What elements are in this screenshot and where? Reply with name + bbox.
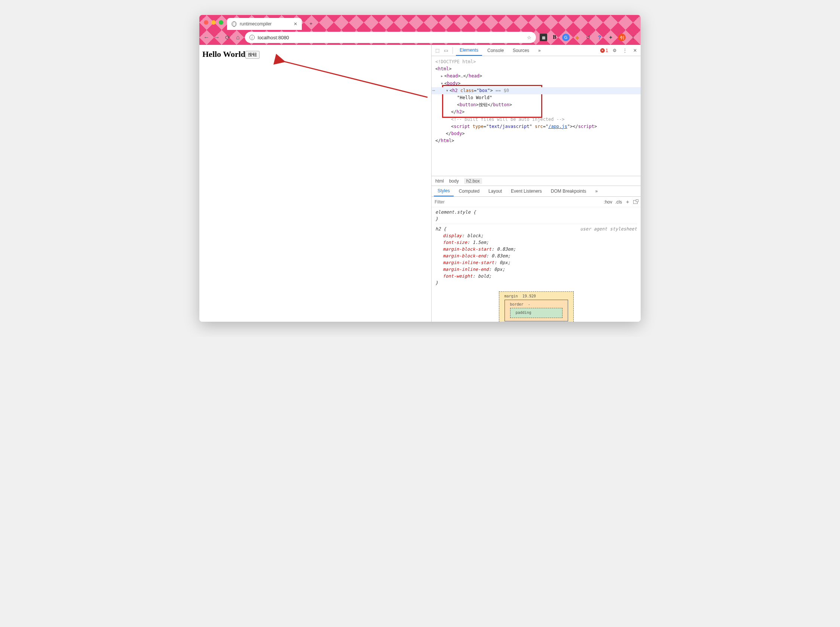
close-devtools-icon[interactable]: ✕	[632, 48, 639, 53]
toggle-pane-icon[interactable]	[633, 200, 638, 204]
close-tab-icon[interactable]: ✕	[294, 21, 297, 27]
styles-pane[interactable]: element.style { } h2 { user agent styles…	[432, 207, 641, 322]
val-display: block	[467, 233, 481, 238]
new-style-icon[interactable]: ＋	[625, 198, 630, 205]
new-tab-button[interactable]: ＋	[305, 18, 316, 29]
devtools-panel: ⬚ ▭ Elements Console Sources » ✕1 ⚙ ⋮ ✕ …	[431, 45, 641, 322]
val-mbs: 0.83em	[497, 247, 513, 252]
home-icon[interactable]: ⌂	[234, 34, 241, 41]
padding-label: padding	[516, 310, 532, 315]
h2-tag: h2	[452, 88, 458, 93]
styles-tabs: Styles Computed Layout Event Listeners D…	[432, 186, 641, 197]
qr-extension-icon[interactable]: ▦	[540, 34, 547, 41]
reload-icon[interactable]: ⟳	[224, 34, 231, 41]
minimize-window-icon[interactable]	[211, 20, 216, 25]
browser-window: runtimecompiler ✕ ＋ ← → ⟳ ⌂ i localhost:…	[199, 15, 641, 322]
bold-extension-icon[interactable]: B	[551, 34, 558, 41]
ua-label: user agent stylesheet	[580, 225, 637, 232]
head-ellipsis: …	[460, 73, 463, 79]
h2-sel: h2 {	[435, 225, 446, 232]
fox-extension-icon[interactable]: ◆	[573, 34, 581, 41]
src-val: /app.js	[548, 124, 567, 129]
doctype: <!DOCTYPE html>	[435, 59, 476, 65]
profile-icon[interactable]: 钊	[618, 34, 626, 41]
window-controls	[204, 20, 223, 25]
tab-title: runtimecompiler	[240, 21, 272, 27]
breadcrumb: html body h2.box	[432, 176, 641, 186]
page-viewport: Hello World按钮	[199, 45, 431, 322]
subtab-computed[interactable]: Computed	[455, 186, 483, 196]
tab-elements[interactable]: Elements	[456, 45, 482, 56]
html-open: html	[438, 66, 449, 71]
heading-text: Hello World	[202, 49, 245, 59]
val-fw: bold	[478, 274, 489, 279]
crumb-body[interactable]: body	[449, 178, 459, 184]
browser-toolbar: ← → ⟳ ⌂ i localhost:8080 ☆ ▦ B G ◆ ↺ ? ✦…	[199, 30, 641, 45]
subtabs-overflow-icon[interactable]: »	[591, 186, 602, 196]
cls-toggle[interactable]: .cls	[615, 199, 622, 205]
device-icon[interactable]: ▭	[442, 48, 450, 53]
prop-mie: margin-inline-end	[443, 267, 489, 272]
styles-filter-bar: :hov .cls ＋	[432, 197, 641, 207]
history-extension-icon[interactable]: ↺	[585, 34, 592, 41]
elements-tree[interactable]: <!DOCTYPE html> <html> ▸<head>…</head> ▾…	[432, 56, 641, 176]
crumb-h2[interactable]: h2.box	[464, 178, 482, 184]
margin-top: 19.920	[522, 294, 536, 298]
address-bar[interactable]: i localhost:8080 ☆	[245, 32, 536, 43]
separator	[453, 47, 453, 54]
tabs-overflow-icon[interactable]: »	[535, 45, 544, 56]
head-tag: head	[447, 73, 458, 79]
help-extension-icon[interactable]: ?	[596, 34, 603, 41]
val-fontsize: 1.5em	[472, 240, 486, 245]
settings-icon[interactable]: ⚙	[611, 48, 618, 53]
devtools-menu-icon[interactable]: ⋮	[621, 48, 629, 53]
maximize-window-icon[interactable]	[219, 20, 223, 25]
site-info-icon[interactable]: i	[249, 35, 255, 40]
subtab-styles[interactable]: Styles	[434, 186, 454, 196]
close-window-icon[interactable]	[204, 20, 208, 25]
subtab-dom[interactable]: DOM Breakpoints	[547, 186, 590, 196]
eq0: == $0	[493, 88, 509, 93]
tab-strip: runtimecompiler ✕ ＋	[199, 15, 641, 30]
class-attr: class	[460, 88, 474, 93]
border-label: border	[510, 302, 524, 306]
crumb-html[interactable]: html	[435, 178, 444, 184]
h2-close: }	[435, 280, 438, 285]
globe-icon	[231, 21, 237, 27]
border-val: -	[528, 302, 530, 306]
prop-fontsize: font-size	[443, 240, 467, 245]
type-val: text/javascript	[489, 124, 529, 129]
inspect-icon[interactable]: ⬚	[434, 48, 441, 53]
type-attr: type	[473, 124, 484, 129]
val-mie: 0px	[494, 267, 502, 272]
src-attr: src	[535, 124, 543, 129]
back-icon[interactable]: ←	[203, 34, 210, 41]
kebab-menu-icon[interactable]: ⋮	[629, 34, 637, 41]
prop-fw: font-weight	[443, 274, 472, 279]
forward-icon[interactable]: →	[214, 34, 220, 41]
bookmark-icon[interactable]: ☆	[527, 35, 532, 40]
prop-mis: margin-inline-start	[443, 260, 494, 265]
val-mis: 0px	[500, 260, 508, 265]
error-count: 1	[606, 48, 608, 53]
translate-extension-icon[interactable]: G	[562, 34, 569, 41]
prop-display: display	[443, 233, 462, 238]
tab-sources[interactable]: Sources	[509, 45, 533, 56]
inline-close: }	[435, 216, 438, 222]
tab-console[interactable]: Console	[484, 45, 508, 56]
prop-mbe: margin-block-end	[443, 253, 486, 258]
subtab-listeners[interactable]: Event Listeners	[507, 186, 546, 196]
hov-toggle[interactable]: :hov	[604, 199, 612, 205]
error-badge[interactable]: ✕1	[600, 48, 608, 53]
val-mbe: 0.83em	[491, 253, 508, 258]
script-tag: script	[454, 124, 470, 129]
page-heading: Hello World按钮	[202, 49, 260, 59]
browser-tab[interactable]: runtimecompiler ✕	[227, 18, 302, 30]
extensions-icon[interactable]: ✦	[607, 34, 615, 41]
main-area: Hello World按钮 ⬚ ▭ Elements Console Sourc…	[199, 45, 641, 322]
subtab-layout[interactable]: Layout	[485, 186, 506, 196]
page-button[interactable]: 按钮	[245, 51, 260, 59]
extension-icons: ▦ B G ◆ ↺ ? ✦ 钊 ⋮	[540, 34, 637, 41]
filter-input[interactable]	[434, 199, 601, 205]
url-text: localhost:8080	[258, 35, 289, 40]
